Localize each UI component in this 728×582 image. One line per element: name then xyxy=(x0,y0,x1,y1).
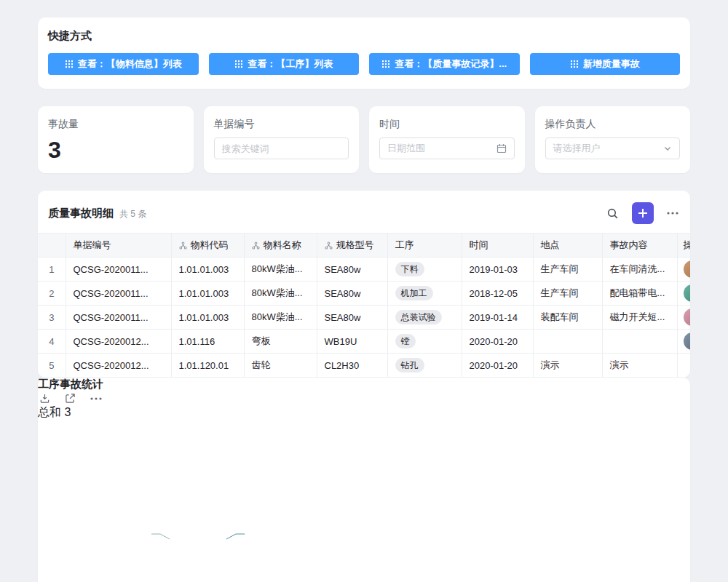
charts-row: 工序事故统计 总和 3 机加工：1(33.33%) 下料：1(33.34%) 总… xyxy=(38,378,690,582)
col-operator[interactable]: 操作负责人 xyxy=(677,234,690,258)
col-material-name[interactable]: 物料名称 xyxy=(244,234,317,258)
shortcut-buttons-row: 查看：【物料信息】列表 查看：【工序】列表 查看：【质量事故记录】... 新增质… xyxy=(48,53,680,75)
more-icon[interactable] xyxy=(665,210,680,216)
col-content[interactable]: 事故内容 xyxy=(602,234,677,258)
operator-avatar xyxy=(684,356,691,374)
cell-spec-model: SEA80w xyxy=(317,282,387,306)
doc-number-label: 单据编号 xyxy=(214,118,349,131)
col-spec-model[interactable]: 规格型号 xyxy=(317,234,387,258)
col-doc-number[interactable]: 单据编号 xyxy=(66,234,171,258)
cell-spec-model: SEA80w xyxy=(317,258,387,282)
shortcut-view-quality-records-button[interactable]: 查看：【质量事故记录】... xyxy=(369,53,520,75)
doc-number-filter-card: 单据编号 xyxy=(204,106,360,173)
cell-time: 2018-12-05 xyxy=(462,282,533,306)
cell-operator xyxy=(677,330,690,354)
col-time[interactable]: 时间 xyxy=(462,234,533,258)
cell-content: 磁力开关短... xyxy=(602,306,677,330)
cell-content: 演示 xyxy=(602,354,677,378)
cell-spec-model: CL2H30 xyxy=(317,354,387,378)
doc-number-search-input[interactable] xyxy=(214,137,349,159)
shortcuts-title: 快捷方式 xyxy=(48,29,680,43)
cell-content: 配电箱带电... xyxy=(602,282,677,306)
shortcuts-card: 快捷方式 查看：【物料信息】列表 查看：【工序】列表 查看：【质量事故记录】..… xyxy=(38,17,690,89)
more-icon[interactable] xyxy=(89,396,103,402)
table-record-count: 共 5 条 xyxy=(119,208,146,220)
accident-table: 单据编号 物料代码 物料名称 规格型号 工序 时间 地点 事故内容 操作负责人 … xyxy=(38,233,690,378)
shortcut-button-label: 查看：【工序】列表 xyxy=(248,57,333,71)
filter-row: 事故量 3 单据编号 时间 日期范围 操作负责人 请选择用户 xyxy=(38,106,690,173)
accident-count-label: 事故量 xyxy=(48,118,183,131)
cell-material-name: 80kW柴油... xyxy=(244,306,317,330)
search-icon[interactable] xyxy=(605,206,620,221)
operator-avatar xyxy=(684,284,691,302)
accident-detail-card: 质量事故明细 共 5 条 单据编号 物料代码 物料名称 规格型号 工 xyxy=(38,191,690,378)
time-label: 时间 xyxy=(379,118,515,131)
col-place[interactable]: 地点 xyxy=(533,234,602,258)
col-process[interactable]: 工序 xyxy=(387,234,462,258)
grid-icon xyxy=(381,60,390,68)
shortcut-view-material-list-button[interactable]: 查看：【物料信息】列表 xyxy=(48,53,199,75)
accident-count-card: 事故量 3 xyxy=(38,106,194,173)
operator-avatar xyxy=(684,308,691,326)
table-row[interactable]: 4 QCSG-2020012... 1.01.116 弯板 WB19U 镗 20… xyxy=(38,330,690,354)
shortcut-add-quality-accident-button[interactable]: 新增质量事故 xyxy=(530,53,681,75)
process-tag: 钻孔 xyxy=(395,358,424,372)
cell-material-code: 1.01.01.003 xyxy=(171,258,244,282)
col-material-code[interactable]: 物料代码 xyxy=(171,234,244,258)
cell-process: 下料 xyxy=(387,258,462,282)
add-record-button[interactable] xyxy=(632,202,654,224)
row-number-header xyxy=(38,234,66,258)
cell-spec-model: WB19U xyxy=(317,330,387,354)
chevron-down-icon xyxy=(663,144,672,153)
cell-material-name: 齿轮 xyxy=(244,354,317,378)
row-number: 5 xyxy=(38,354,66,378)
table-row[interactable]: 3 QCSG-2020011... 1.01.01.003 80kW柴油... … xyxy=(38,306,690,330)
process-tag: 总装试验 xyxy=(395,310,442,324)
cell-process: 机加工 xyxy=(387,282,462,306)
pie-total-label: 总和 xyxy=(38,406,61,418)
cell-process: 总装试验 xyxy=(387,306,462,330)
date-range-placeholder: 日期范围 xyxy=(387,142,425,155)
grid-icon xyxy=(570,60,579,68)
shortcut-button-label: 新增质量事故 xyxy=(583,57,640,71)
row-number: 4 xyxy=(38,330,66,354)
link-field-icon xyxy=(252,242,260,250)
operator-select[interactable]: 请选择用户 xyxy=(545,137,681,159)
cell-place: 装配车间 xyxy=(533,306,602,330)
cell-place xyxy=(533,330,602,354)
table-row[interactable]: 5 QCSG-2020012... 1.01.120.01 齿轮 CL2H30 … xyxy=(38,354,690,378)
row-number: 1 xyxy=(38,258,66,282)
operator-label: 操作负责人 xyxy=(545,118,681,131)
row-number: 3 xyxy=(38,306,66,330)
open-in-new-icon[interactable] xyxy=(63,391,77,405)
cell-time: 2019-01-14 xyxy=(462,306,533,330)
date-range-input[interactable]: 日期范围 xyxy=(379,137,515,159)
cell-doc-number: QCSG-2020012... xyxy=(66,354,171,378)
cell-place: 生产车间 xyxy=(533,282,602,306)
shortcut-view-process-list-button[interactable]: 查看：【工序】列表 xyxy=(209,53,360,75)
table-row[interactable]: 1 QCSG-2020011... 1.01.01.003 80kW柴油... … xyxy=(38,258,690,282)
cell-place: 生产车间 xyxy=(533,258,602,282)
cell-material-code: 1.01.120.01 xyxy=(171,354,244,378)
cell-operator xyxy=(677,354,690,378)
cell-material-name: 弯板 xyxy=(244,330,317,354)
cell-doc-number: QCSG-2020011... xyxy=(66,306,171,330)
cell-place: 演示 xyxy=(533,354,602,378)
pie-total-value: 3 xyxy=(64,406,71,418)
cell-content: 在车间清洗... xyxy=(602,258,677,282)
table-header-row: 单据编号 物料代码 物料名称 规格型号 工序 时间 地点 事故内容 操作负责人 xyxy=(38,234,690,258)
cell-operator xyxy=(677,306,690,330)
table-row[interactable]: 2 QCSG-2020011... 1.01.01.003 80kW柴油... … xyxy=(38,282,690,306)
link-field-icon xyxy=(325,242,333,250)
pie-callout-lines xyxy=(38,420,357,582)
process-tag: 镗 xyxy=(395,334,416,348)
table-header-bar: 质量事故明细 共 5 条 xyxy=(38,191,690,233)
cell-time: 2019-01-03 xyxy=(462,258,533,282)
cell-spec-model: SEA80w xyxy=(317,306,387,330)
export-image-icon[interactable] xyxy=(38,391,52,405)
shortcut-button-label: 查看：【质量事故记录】... xyxy=(395,57,507,71)
cell-material-code: 1.01.01.003 xyxy=(171,282,244,306)
operator-placeholder: 请选择用户 xyxy=(553,142,601,155)
time-filter-card: 时间 日期范围 xyxy=(369,106,525,173)
operator-filter-card: 操作负责人 请选择用户 xyxy=(535,106,691,173)
